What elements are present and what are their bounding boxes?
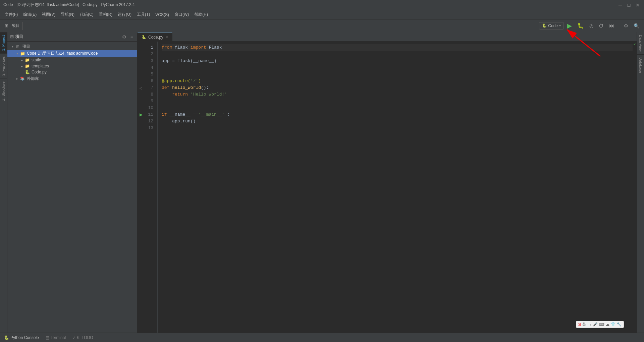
bottom-tab-terminal[interactable]: ▤ Terminal [43,334,68,341]
title-bar: Code - [D:\学习日志\14. flask admin\Code] - … [0,0,644,10]
close-button[interactable]: ✕ [635,2,641,8]
project-panel-header: ⊞ 项目 ⚙ ≡ [7,32,137,42]
project-panel-toolbar: ⚙ ≡ [121,34,135,40]
stop-button[interactable]: ⏮ [607,22,616,30]
settings-gear-icon[interactable]: ⚙ [121,34,128,40]
menu-file[interactable]: 文件(F) [2,10,20,19]
tree-item-root[interactable]: ▾ ⊞ 项目 [7,43,137,50]
toolbar: ⊞ 项目 🐍 Code ▾ ▶ 🐛 ◎ ⏱ ⏮ ⚙ 🔍 [0,19,644,32]
run-button[interactable]: ▶ [565,21,574,31]
ime-keyboard[interactable]: ⌨ [599,322,604,327]
code-line-13 [162,125,633,131]
token-colon11: : [224,111,230,118]
tree-item-templates[interactable]: ▸ 📁 templates [7,63,137,69]
line-numbers: 1 2 3 4 5 6 7 8 9 10 11 12 13 [144,42,158,333]
menu-vcs[interactable]: VCS(S) [153,11,172,18]
code-line-3: app = Flask(__name__) [162,58,633,64]
debug-button[interactable]: 🐛 [575,21,586,30]
static-folder-icon: 📁 [24,58,30,62]
profile-button[interactable]: ⏱ [597,22,605,30]
code-line-8: return 'Hello World!' [162,91,633,98]
folder-blue-icon: 📁 [19,51,25,56]
line-num-11: 11 [144,111,156,118]
right-sidebar: Data View Database [637,32,644,333]
menu-help[interactable]: 帮助(H) [192,10,211,19]
templates-label: templates [32,64,49,68]
bottom-tab-todo[interactable]: ✓ 6: TODO [70,334,96,341]
toolbar-separator-2 [619,22,619,30]
gutter-11[interactable]: ▶ [138,111,144,118]
project-view-btn[interactable]: ⊞ [3,22,10,29]
code-editor[interactable]: ◁ ▶ 1 2 3 4 5 6 7 8 9 10 11 1 [138,42,637,333]
editor-tabs: 🐍 Code.py ✕ [138,32,637,42]
line-num-7: 7 [144,84,156,91]
no-errors-icon: ✓ [633,42,636,46]
panel-settings-icon[interactable]: ≡ [129,34,135,40]
menu-window[interactable]: 窗口(W) [172,10,192,19]
gutter-5 [138,71,144,78]
search-everywhere-button[interactable]: 🔍 [632,22,641,30]
project-icon: ⊞ [10,34,14,39]
project-label[interactable]: 项目 [12,23,20,28]
minimize-button[interactable]: ─ [617,2,623,8]
line-num-6: 6 [144,78,156,84]
code-content[interactable]: from flask import Flask app = Flask(__na… [158,42,633,333]
gutter-4 [138,64,144,71]
ime-tools[interactable]: 🔧 [617,322,622,327]
code-line-11: if __name__ == '__main__' : [162,111,633,118]
ime-punctuation: ↕ [590,323,592,327]
token-space-def [169,84,172,91]
menu-code[interactable]: 代码(C) [77,10,96,19]
sidebar-tab-favorites[interactable]: 2: Favorites [0,53,7,78]
token-decorator: @app.route( [162,78,191,84]
run-config-selector[interactable]: 🐍 Code ▾ [539,22,564,30]
bottom-tab-python-console[interactable]: 🐍 Python Console [1,334,42,341]
static-label: static [32,58,41,62]
menu-tools[interactable]: 工具(T) [134,10,153,19]
gutter-9 [138,98,144,105]
tree-root-label: 项目 [22,44,30,49]
code-folder-label: Code D:\学习日志\14. flask admin\Code [27,51,98,56]
right-tab-data-view[interactable]: Data View [637,32,644,55]
static-arrow: ▸ [19,58,24,62]
menu-bar: 文件(F) 编辑(E) 视图(V) 导航(N) 代码(C) 重构(R) 运行(U… [0,10,644,19]
menu-edit[interactable]: 编辑(E) [20,10,39,19]
ime-cloud[interactable]: ☁ [606,322,609,327]
ime-mic[interactable]: 🎤 [593,322,598,327]
right-tab-database[interactable]: Database [637,55,644,76]
line-num-13: 13 [144,125,156,131]
menu-view[interactable]: 视图(V) [39,10,58,19]
tab-close-button[interactable]: ✕ [165,35,168,39]
code-line-9 [162,98,633,105]
line-num-12: 12 [144,118,156,125]
terminal-label: Terminal [51,335,66,340]
window-controls: ─ □ ✕ [617,2,641,8]
library-icon: 📚 [19,76,25,81]
tree-item-codepy[interactable]: ▸ 🐍 Code.py [7,69,137,75]
line-num-5: 5 [144,71,156,78]
token-space-return [188,91,191,98]
coverage-button[interactable]: ◎ [587,22,595,30]
tree-item-external-libs[interactable]: ▸ 📚 外部库 [7,75,137,82]
templates-folder-icon: 📁 [24,64,30,68]
menu-run[interactable]: 运行(U) [115,10,134,19]
token-funcname: hello_world [172,84,201,91]
token-def: def [162,84,169,91]
bottom-toolbar: 🐍 Python Console ▤ Terminal ✓ 6: TODO [0,333,644,342]
menu-refactor[interactable]: 重构(R) [96,10,115,19]
tree-item-code-folder[interactable]: ▾ 📁 Code D:\学习日志\14. flask admin\Code [7,50,137,57]
editor-tab-codepy[interactable]: 🐍 Code.py ✕ [138,33,172,41]
token-import: import [191,44,206,51]
settings-button[interactable]: ⚙ [622,22,630,30]
menu-navigate[interactable]: 导航(N) [58,10,77,19]
far-left-panel: 1: Project 2: Favorites Z: Structure [0,32,7,333]
maximize-button[interactable]: □ [626,2,632,8]
tree-item-static[interactable]: ▸ 📁 static [7,57,137,63]
ime-bar[interactable]: S 英 · ↕ 🎤 ⌨ ☁ 👕 🔧 [576,321,624,328]
token-flask: Flask [206,44,222,51]
sidebar-tab-structure[interactable]: Z: Structure [0,78,7,103]
line-num-3: 3 [144,58,156,64]
ime-skin[interactable]: 👕 [611,322,615,327]
code-line-10 [162,105,633,111]
sidebar-tab-project[interactable]: 1: Project [0,32,7,53]
